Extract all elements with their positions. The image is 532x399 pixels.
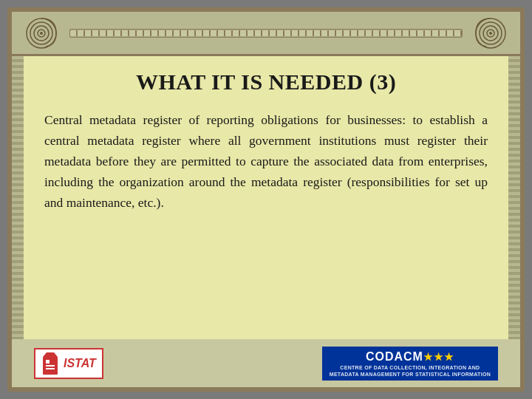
svg-rect-14 <box>46 368 55 369</box>
pillar-header <box>12 12 520 56</box>
svg-point-9 <box>489 32 492 35</box>
svg-rect-12 <box>46 360 50 364</box>
codacm-main-text: CODACM★★★ <box>366 350 454 364</box>
istat-icon <box>41 352 59 375</box>
slide: WHAT IT IS NEEDED (3) Central metadata r… <box>7 7 525 392</box>
right-pillar <box>508 56 520 339</box>
svg-rect-13 <box>46 365 55 366</box>
slide-title: WHAT IT IS NEEDED (3) <box>44 69 488 95</box>
footer: ISTAT CODACM★★★ CENTRE OF DATA COLLECTIO… <box>12 339 520 387</box>
istat-text: ISTAT <box>64 357 96 370</box>
svg-marker-11 <box>43 352 58 357</box>
top-bar-decoration <box>69 29 463 38</box>
slide-body: Central metadata register of reporting o… <box>44 109 488 213</box>
left-pillar <box>12 56 24 339</box>
codacm-sub1: CENTRE OF DATA COLLECTION, INTEGRATION A… <box>340 365 480 370</box>
codacm-logo: CODACM★★★ CENTRE OF DATA COLLECTION, INT… <box>322 347 498 381</box>
right-capital <box>468 15 513 52</box>
slide-inner: WHAT IT IS NEEDED (3) Central metadata r… <box>12 56 520 339</box>
svg-point-4 <box>40 32 43 35</box>
istat-logo: ISTAT <box>34 348 103 379</box>
main-content: WHAT IT IS NEEDED (3) Central metadata r… <box>24 56 508 339</box>
codacm-sub2: METADATA MANAGEMENT FOR STATISTICAL INFO… <box>330 372 491 377</box>
left-capital <box>19 15 64 52</box>
